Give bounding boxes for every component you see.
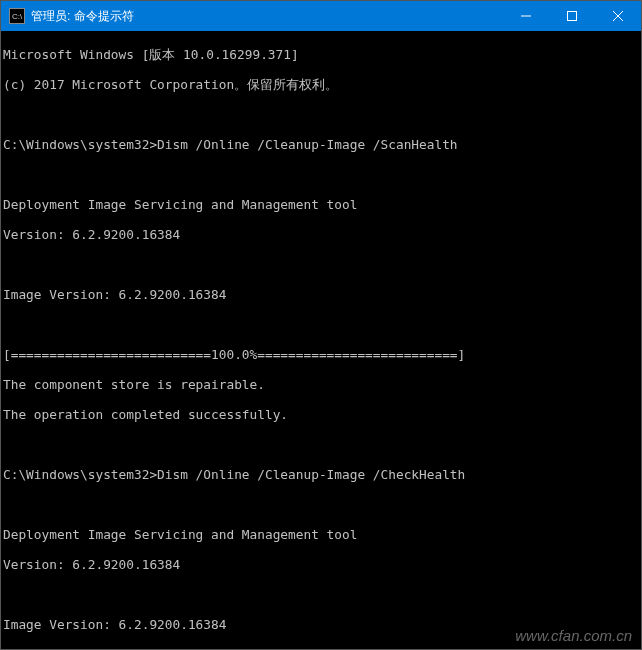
blank-line bbox=[3, 167, 639, 182]
window-title: 管理员: 命令提示符 bbox=[31, 8, 503, 25]
blank-line bbox=[3, 587, 639, 602]
close-icon bbox=[613, 11, 623, 21]
output-line: Image Version: 6.2.9200.16384 bbox=[3, 287, 639, 302]
prompt: C:\Windows\system32> bbox=[3, 467, 157, 482]
blank-line bbox=[3, 437, 639, 452]
command: Dism /Online /Cleanup-Image /ScanHealth bbox=[157, 137, 457, 152]
output-line: Version: 6.2.9200.16384 bbox=[3, 557, 639, 572]
output-line: The component store is repairable. bbox=[3, 377, 639, 392]
output-line: Version: 6.2.9200.16384 bbox=[3, 227, 639, 242]
command: Dism /Online /Cleanup-Image /CheckHealth bbox=[157, 467, 465, 482]
prompt-line: C:\Windows\system32>Dism /Online /Cleanu… bbox=[3, 467, 639, 482]
prompt-line: C:\Windows\system32>Dism /Online /Cleanu… bbox=[3, 137, 639, 152]
minimize-icon bbox=[521, 11, 531, 21]
progress-line: [==========================100.0%=======… bbox=[3, 347, 639, 362]
blank-line bbox=[3, 107, 639, 122]
copyright-line: (c) 2017 Microsoft Corporation。保留所有权利。 bbox=[3, 77, 639, 92]
blank-line bbox=[3, 317, 639, 332]
blank-line bbox=[3, 647, 639, 649]
minimize-button[interactable] bbox=[503, 1, 549, 31]
output-line: Deployment Image Servicing and Managemen… bbox=[3, 527, 639, 542]
maximize-button[interactable] bbox=[549, 1, 595, 31]
output-line: Image Version: 6.2.9200.16384 bbox=[3, 617, 639, 632]
titlebar[interactable]: C:\ 管理员: 命令提示符 bbox=[1, 1, 641, 31]
terminal-output[interactable]: Microsoft Windows [版本 10.0.16299.371] (c… bbox=[1, 31, 641, 649]
svg-rect-1 bbox=[568, 12, 577, 21]
close-button[interactable] bbox=[595, 1, 641, 31]
output-line: The operation completed successfully. bbox=[3, 407, 639, 422]
prompt: C:\Windows\system32> bbox=[3, 137, 157, 152]
maximize-icon bbox=[567, 11, 577, 21]
window-controls bbox=[503, 1, 641, 31]
blank-line bbox=[3, 257, 639, 272]
cmd-icon: C:\ bbox=[9, 8, 25, 24]
command-prompt-window: C:\ 管理员: 命令提示符 Microsoft Windows [版本 10.… bbox=[0, 0, 642, 650]
blank-line bbox=[3, 497, 639, 512]
output-line: Deployment Image Servicing and Managemen… bbox=[3, 197, 639, 212]
header-line: Microsoft Windows [版本 10.0.16299.371] bbox=[3, 47, 639, 62]
